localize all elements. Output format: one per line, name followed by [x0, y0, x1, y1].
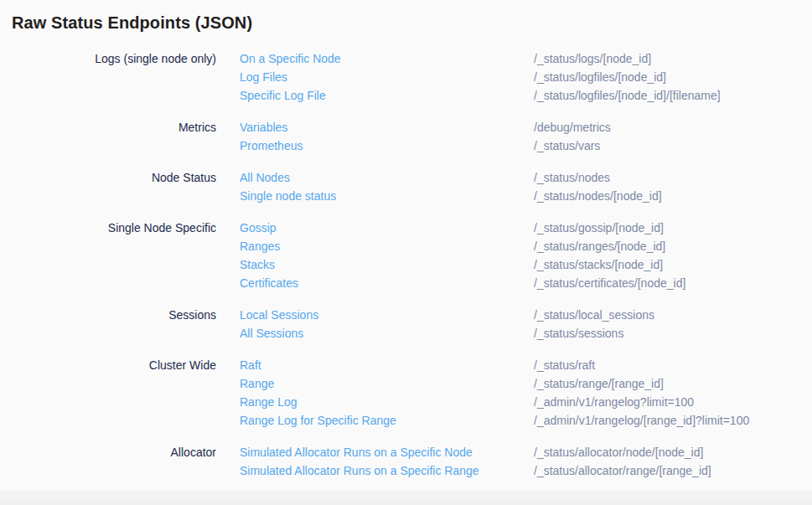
endpoint-link[interactable]: Log Files [240, 68, 287, 86]
endpoint-path: /_status/logfiles/[node_id] [534, 68, 812, 86]
endpoint-link[interactable]: Simulated Allocator Runs on a Specific N… [240, 443, 473, 461]
endpoint-link[interactable]: All Sessions [240, 324, 303, 343]
endpoint-path: /_status/nodes/[node_id] [534, 187, 812, 205]
endpoint-link[interactable]: Range [240, 374, 274, 393]
endpoint-path: /_status/certificates/[node_id] [534, 274, 812, 292]
endpoint-link[interactable]: All Nodes [240, 168, 290, 187]
endpoint-group-single-node-specific: Single Node Specific Gossip /_status/gos… [12, 219, 812, 292]
endpoint-path: /_status/logs/[node_id] [534, 49, 812, 68]
endpoint-path: /_status/allocator/node/[node_id] [534, 443, 812, 461]
endpoint-path: /_status/range/[range_id] [534, 374, 812, 393]
endpoint-link[interactable]: Raft [240, 356, 261, 374]
category-label: Node Status [12, 168, 240, 187]
endpoint-link[interactable]: Specific Log File [240, 86, 326, 105]
endpoint-group-logs: Logs (single node only) On a Specific No… [12, 49, 812, 105]
endpoint-path: /_status/raft [534, 356, 812, 374]
endpoint-link[interactable]: Prometheus [240, 137, 303, 155]
endpoint-path: /debug/metrics [534, 118, 812, 137]
endpoint-group-cluster-wide: Cluster Wide Raft /_status/raft Range /_… [12, 356, 812, 430]
endpoint-group-metrics: Metrics Variables /debug/metrics Prometh… [12, 118, 812, 155]
endpoint-group-allocator: Allocator Simulated Allocator Runs on a … [12, 443, 812, 480]
endpoint-link[interactable]: Range Log [240, 393, 297, 411]
endpoint-group-node-status: Node Status All Nodes /_status/nodes Sin… [12, 168, 812, 205]
endpoint-path: /_status/nodes [534, 168, 812, 187]
endpoint-path: /_admin/v1/rangelog?limit=100 [534, 393, 812, 411]
category-label: Allocator [12, 443, 240, 461]
raw-status-endpoints-section: Raw Status Endpoints (JSON) Logs (single… [0, 0, 812, 490]
endpoint-path: /_status/sessions [534, 324, 812, 343]
endpoint-link[interactable]: Ranges [240, 237, 280, 255]
category-label: Single Node Specific [12, 219, 240, 237]
category-label: Cluster Wide [12, 356, 240, 374]
endpoint-group-sessions: Sessions Local Sessions /_status/local_s… [12, 306, 812, 343]
page-title: Raw Status Endpoints (JSON) [12, 11, 812, 34]
endpoint-path: /_status/stacks/[node_id] [534, 255, 812, 274]
endpoint-link[interactable]: Local Sessions [240, 306, 318, 324]
endpoint-path: /_status/logfiles/[node_id]/[filename] [534, 86, 812, 105]
endpoint-link[interactable]: Simulated Allocator Runs on a Specific R… [240, 461, 479, 480]
footer-band [0, 490, 812, 505]
endpoint-link[interactable]: Single node status [240, 187, 336, 205]
endpoint-link[interactable]: On a Specific Node [240, 49, 341, 68]
endpoint-link[interactable]: Stacks [240, 255, 275, 274]
endpoint-path: /_status/vars [534, 137, 812, 155]
endpoint-path: /_status/gossip/[node_id] [534, 219, 812, 237]
endpoint-path: /_admin/v1/rangelog/[range_id]?limit=100 [534, 411, 812, 430]
endpoint-path: /_status/local_sessions [534, 306, 812, 324]
endpoint-path: /_status/allocator/range/[range_id] [534, 461, 812, 480]
endpoint-link[interactable]: Variables [240, 118, 287, 137]
endpoint-path: /_status/ranges/[node_id] [534, 237, 812, 255]
endpoint-link[interactable]: Range Log for Specific Range [240, 411, 396, 430]
category-label: Metrics [12, 118, 240, 137]
endpoint-groups: Logs (single node only) On a Specific No… [12, 49, 812, 480]
endpoint-link[interactable]: Gossip [240, 219, 277, 237]
endpoint-link[interactable]: Certificates [240, 274, 298, 292]
category-label: Logs (single node only) [12, 49, 240, 68]
category-label: Sessions [12, 306, 240, 324]
